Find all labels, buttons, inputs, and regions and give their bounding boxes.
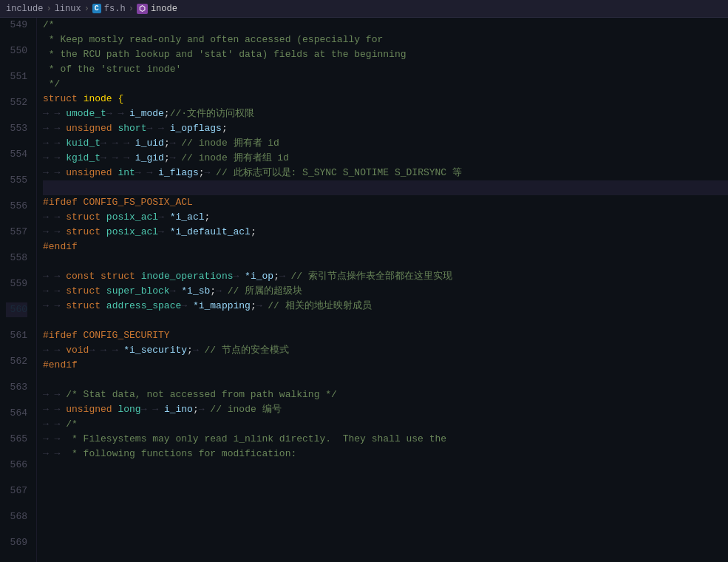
line-573	[43, 373, 728, 387]
breadcrumb-fsh[interactable]: fs.h	[104, 4, 126, 14]
line-567: → → struct super_block→ *i_sb;→ // 所属的超级…	[43, 284, 728, 299]
breadcrumb-linux[interactable]: linux	[55, 4, 81, 14]
line-571: → → void→ → → *i_security;→ // 节点的安全模式	[43, 343, 728, 358]
code-text[interactable]: /* * Keep mostly read-only and often acc…	[37, 18, 728, 562]
line-566: → → const struct inode_operations→ *i_op…	[43, 269, 728, 284]
line-574: → → /* Stat data, not accessed from path…	[43, 387, 728, 402]
line-560	[43, 180, 728, 195]
breadcrumb-include[interactable]: include	[6, 4, 43, 14]
breadcrumb-sep-2: ›	[84, 4, 89, 14]
line-563: → → struct posix_acl→ *i_default_acl;	[43, 225, 728, 240]
line-562: → → struct posix_acl→ *i_acl;	[43, 210, 728, 225]
breadcrumb-inode[interactable]: inode	[151, 4, 177, 14]
line-572: #endif	[43, 358, 728, 373]
line-570: #ifdef CONFIG_SECURITY	[43, 328, 728, 343]
line-551: * the RCU path lookup and 'stat' data) f…	[43, 47, 728, 62]
line-576: → → /*	[43, 417, 728, 432]
struct-icon: ⬡	[137, 4, 148, 14]
line-549: /*	[43, 18, 728, 33]
line-559: → → unsigned int→ → i_flags;→ // 此标志可以是:…	[43, 166, 728, 180]
line-553: */	[43, 77, 728, 92]
line-561: #ifdef CONFIG_FS_POSIX_ACL	[43, 195, 728, 210]
line-557: → → kuid_t→ → → i_uid;→ // inode 拥有者 id	[43, 136, 728, 151]
line-554: struct inode {	[43, 92, 728, 106]
line-555: → → umode_t→ → i_mode;//·文件的访问权限	[43, 106, 728, 121]
breadcrumb-sep-3: ›	[129, 4, 134, 14]
line-577: → → * Filesystems may only read i_nlink …	[43, 432, 728, 447]
c-file-icon: C	[92, 4, 101, 13]
code-editor[interactable]: 549 550 551 552 553 554 555 556 557 558 …	[0, 18, 728, 562]
line-575: → → unsigned long→ → i_ino;→ // inode 编号	[43, 402, 728, 417]
line-565	[43, 254, 728, 269]
line-556: → → unsigned short→ → i_opflags;	[43, 121, 728, 136]
line-number-gutter: 549 550 551 552 553 554 555 556 557 558 …	[0, 18, 37, 562]
breadcrumb-sep-1: ›	[46, 4, 51, 14]
line-568: → → struct address_space→ *i_mapping;→ /…	[43, 299, 728, 314]
line-569	[43, 314, 728, 328]
line-564: #endif	[43, 240, 728, 254]
line-578: → → * following functions for modificati…	[43, 447, 728, 461]
line-552: * of the 'struct inode'	[43, 62, 728, 77]
breadcrumb: include › linux › C fs.h › ⬡ inode	[0, 0, 728, 18]
line-558: → → kgid_t→ → → i_gid;→ // inode 拥有者组 id	[43, 151, 728, 166]
line-550: * Keep mostly read-only and often access…	[43, 33, 728, 47]
